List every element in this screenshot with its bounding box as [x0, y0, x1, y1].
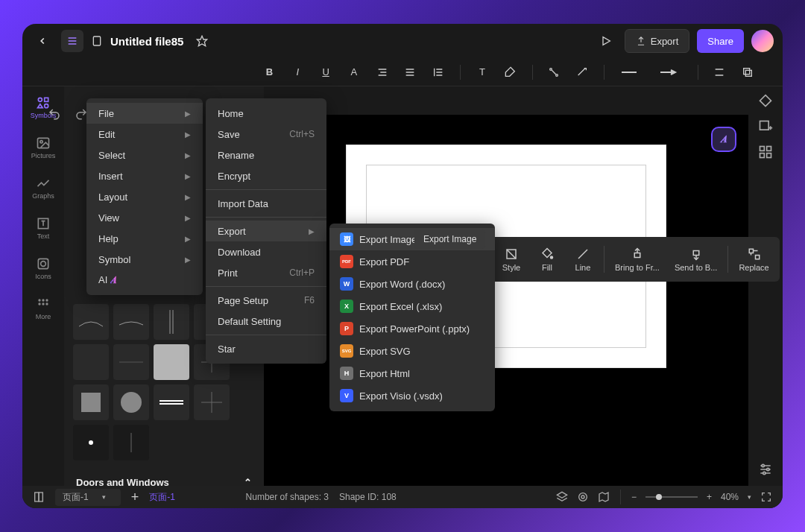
- menu-item-help[interactable]: Help▶: [86, 228, 203, 249]
- line-tool-button[interactable]: [574, 63, 590, 81]
- rail-label: Text: [37, 232, 50, 240]
- shape-thumb[interactable]: [73, 344, 109, 380]
- shape-thumb[interactable]: [154, 344, 189, 380]
- menu-item-import-data[interactable]: Import Data: [206, 193, 326, 214]
- ctx-style[interactable]: Style: [493, 243, 529, 276]
- shape-thumb[interactable]: [113, 425, 149, 460]
- ctx-replace[interactable]: Replace: [731, 243, 776, 276]
- rail-graphs[interactable]: Graphs: [27, 171, 60, 204]
- menu-item-select[interactable]: Select▶: [86, 145, 203, 165]
- map-icon[interactable]: [598, 491, 610, 503]
- shape-thumb[interactable]: [113, 304, 149, 340]
- italic-button[interactable]: I: [289, 63, 306, 81]
- menu-item-export-visio-vsdx-[interactable]: VExport Visio (.vsdx): [329, 384, 495, 407]
- undo-redo-group: [48, 107, 88, 121]
- settings-icon[interactable]: [758, 462, 773, 477]
- main-menu-button[interactable]: [61, 30, 83, 52]
- menu-item-page-setup[interactable]: Page SetupF6: [206, 290, 326, 311]
- rail-more[interactable]: More: [27, 292, 60, 325]
- play-button[interactable]: [595, 30, 617, 52]
- shape-thumb[interactable]: [154, 304, 189, 340]
- shapes-section-head[interactable]: Doors and Windows ⌃: [64, 469, 264, 486]
- svg-rect-45: [760, 121, 769, 130]
- shape-thumb[interactable]: [73, 384, 109, 420]
- text-tool-button[interactable]: T: [474, 63, 490, 81]
- menu-item-rename[interactable]: Rename: [206, 145, 326, 165]
- back-button[interactable]: [31, 30, 54, 52]
- menu-item-layout[interactable]: Layout▶: [86, 186, 203, 207]
- menu-item-edit[interactable]: Edit▶: [86, 124, 203, 145]
- bold-button[interactable]: B: [262, 63, 278, 81]
- menu-item-home[interactable]: Home: [206, 103, 326, 124]
- zoom-in-button[interactable]: +: [707, 492, 712, 502]
- menu-item-view[interactable]: View▶: [86, 207, 203, 228]
- zoom-slider[interactable]: [645, 494, 698, 500]
- svg-marker-71: [599, 493, 608, 501]
- underline-button[interactable]: U: [318, 63, 334, 81]
- svg-point-57: [763, 472, 765, 474]
- svg-rect-19: [745, 70, 751, 76]
- undo-button[interactable]: [48, 107, 61, 121]
- rail-pictures[interactable]: Pictures: [27, 131, 60, 164]
- menu-item-file[interactable]: File▶: [86, 103, 203, 124]
- ctx-fill[interactable]: Fill: [529, 243, 565, 276]
- connector-button[interactable]: [546, 63, 562, 81]
- add-page-button[interactable]: +: [131, 490, 139, 505]
- menu-item-export-excel-xlsx-[interactable]: XExport Excel (.xlsx): [329, 295, 495, 317]
- line-spacing-button[interactable]: [430, 63, 446, 81]
- export-button[interactable]: Export: [625, 29, 690, 53]
- text-height-button[interactable]: [374, 63, 391, 81]
- menu-item-symbol[interactable]: Symbol▶: [86, 249, 203, 270]
- font-color-button[interactable]: A: [346, 63, 362, 81]
- shape-thumb[interactable]: [194, 384, 230, 420]
- menu-item-export-pdf[interactable]: PDFExport PDF: [329, 250, 495, 273]
- avatar[interactable]: [751, 30, 774, 52]
- ctx-line[interactable]: Line: [565, 243, 601, 276]
- ctx-send-back[interactable]: Send to B...: [667, 243, 724, 276]
- menu-item-export-svg[interactable]: SVGExport SVG: [329, 340, 495, 362]
- menu-item-export-powerpoint-pptx-[interactable]: PExport PowerPoint (.pptx): [329, 317, 495, 340]
- highlight-button[interactable]: [502, 63, 519, 81]
- grid-icon[interactable]: [758, 145, 773, 159]
- menu-item-print[interactable]: PrintCtrl+P: [206, 262, 326, 283]
- menu-item-insert[interactable]: Insert▶: [86, 165, 203, 186]
- share-button[interactable]: Share: [697, 29, 744, 53]
- add-frame-icon[interactable]: [758, 119, 773, 134]
- shape-thumb[interactable]: [73, 425, 109, 460]
- distribute-button[interactable]: [711, 63, 727, 81]
- fullscreen-button[interactable]: [760, 491, 772, 503]
- menu-item-default-setting[interactable]: Default Setting: [206, 311, 326, 332]
- line-style-dropdown[interactable]: [618, 63, 645, 81]
- ctx-bring-front[interactable]: Bring to Fr...: [607, 243, 667, 276]
- zoom-level[interactable]: 40%: [721, 492, 739, 502]
- shape-thumb[interactable]: [113, 344, 149, 380]
- pages-icon[interactable]: [33, 491, 45, 503]
- menu-item-star[interactable]: Star: [206, 338, 326, 359]
- shape-thumb[interactable]: [154, 384, 189, 420]
- page-tab[interactable]: 页面-1 ▾: [55, 489, 121, 506]
- shape-thumb[interactable]: [113, 384, 149, 420]
- menu-item-export-word-docx-[interactable]: WExport Word (.docx): [329, 273, 495, 295]
- svg-point-20: [38, 98, 42, 101]
- menu-item-export-html[interactable]: HExport Html: [329, 362, 495, 384]
- layers-button[interactable]: [739, 63, 756, 81]
- shape-id: Shape ID: 108: [339, 492, 397, 502]
- rail-text[interactable]: Text: [27, 212, 60, 244]
- target-icon[interactable]: [577, 491, 589, 503]
- rail-icons[interactable]: Icons: [27, 252, 60, 285]
- ai-badge[interactable]: 𝑨: [711, 127, 736, 152]
- menu-item-export[interactable]: Export▶: [206, 221, 326, 241]
- menu-item-download[interactable]: Download: [206, 241, 326, 262]
- shape-thumb[interactable]: [73, 304, 109, 340]
- star-button[interactable]: [191, 30, 213, 52]
- layers-icon[interactable]: [556, 491, 568, 503]
- page-link[interactable]: 页面-1: [149, 491, 175, 504]
- menu-item-encrypt[interactable]: Encrypt: [206, 165, 326, 186]
- paint-icon[interactable]: [758, 94, 773, 109]
- filename[interactable]: Untitled file85: [110, 35, 183, 48]
- arrow-style-dropdown[interactable]: [657, 63, 684, 81]
- menu-item-save[interactable]: SaveCtrl+S: [206, 124, 326, 145]
- align-button[interactable]: [402, 63, 419, 81]
- menu-item-ai[interactable]: AI 𝑨: [86, 270, 203, 291]
- zoom-out-button[interactable]: −: [631, 492, 637, 502]
